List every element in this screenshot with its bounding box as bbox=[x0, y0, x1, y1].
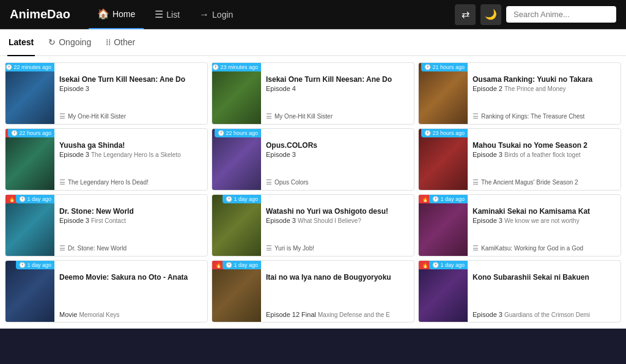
card-thumbnail: 🕐 21 hours ago bbox=[419, 63, 468, 124]
card-info: Isekai One Turn Kill Neesan: Ane Do Epis… bbox=[261, 63, 414, 124]
card-episode: Movie Memorial Keys bbox=[59, 311, 202, 318]
nav-login[interactable]: → Login bbox=[191, 0, 241, 29]
card-title: Opus.COLORs bbox=[266, 141, 409, 150]
card-info: Opus.COLORs Episode 3 ☰Opus Colors bbox=[261, 129, 414, 190]
card-series: ☰The Legendary Hero Is Dead! bbox=[59, 175, 202, 186]
card-info: Watashi no Yuri wa Oshigoto desu! Episod… bbox=[261, 195, 414, 256]
main-nav: 🏠 Home ☰ List → Login bbox=[89, 0, 455, 29]
card-title: Kaminaki Sekai no Kamisama Kat bbox=[473, 207, 616, 216]
card-thumbnail: 🔥 HOT 🕐 1 day ago bbox=[419, 195, 468, 256]
card-thumbnail: 🕐 1 day ago bbox=[6, 261, 54, 322]
card-episode: Episode 2 The Prince and Money bbox=[473, 85, 616, 92]
series-icon: ☰ bbox=[266, 244, 272, 252]
card-info: Yuusha ga Shinda! Episode 3 The Legendar… bbox=[54, 129, 207, 190]
time-badge: 🕐 1 day ago bbox=[429, 261, 468, 269]
tab-ongoing[interactable]: ↻ Ongoing bbox=[47, 29, 92, 56]
card-series: ☰My One-Hit Kill Sister bbox=[266, 109, 409, 120]
card-thumbnail: 🕐 22 hours ago bbox=[212, 129, 261, 190]
card-title: Isekai One Turn Kill Neesan: Ane Do bbox=[59, 75, 202, 84]
shuffle-button[interactable]: ⇄ bbox=[455, 4, 476, 25]
anime-card[interactable]: 🕐 21 hours ago Ousama Ranking: Yuuki no … bbox=[418, 62, 621, 125]
card-episode: Episode 3 Birds of a feather flock toget bbox=[473, 151, 616, 158]
anime-card[interactable]: 🕐 22 hours ago Opus.COLORs Episode 3 ☰Op… bbox=[212, 128, 414, 191]
time-badge: 🕐 22 hours ago bbox=[8, 129, 54, 137]
anime-card[interactable]: 🔥 HOT 🕐 23 minutes ago Isekai One Turn K… bbox=[212, 62, 414, 125]
anime-card[interactable]: 🕐 23 hours ago Mahou Tsukai no Yome Seas… bbox=[418, 128, 621, 191]
time-badge: 🕐 1 day ago bbox=[223, 195, 261, 203]
card-title: Mahou Tsukai no Yome Season 2 bbox=[473, 141, 616, 150]
anime-card[interactable]: 🔥 HOT 🕐 1 day ago Itai no wa Iya nano de… bbox=[212, 260, 414, 322]
series-icon: ☰ bbox=[473, 112, 479, 120]
card-series: ☰Opus Colors bbox=[266, 175, 409, 186]
card-episode: Episode 3 What Should I Believe? bbox=[266, 217, 409, 224]
anime-card[interactable]: 🕐 1 day ago Watashi no Yuri wa Oshigoto … bbox=[212, 194, 414, 257]
anime-card[interactable]: 🕐 1 day ago Deemo Movie: Sakura no Oto -… bbox=[5, 260, 208, 322]
card-series: ☰KamiKatsu: Working for God in a God bbox=[473, 241, 616, 252]
card-episode: Episode 4 bbox=[266, 85, 409, 92]
card-info: Kaminaki Sekai no Kamisama Kat Episode 3… bbox=[468, 195, 620, 256]
card-info: Kono Subarashii Sekai ni Bakuen Episode … bbox=[468, 261, 620, 322]
card-series: ☰Yuri is My Job! bbox=[266, 241, 409, 252]
card-thumbnail: 🔥 HOT 🕐 22 hours ago bbox=[6, 129, 54, 190]
card-title: Dr. Stone: New World bbox=[59, 207, 202, 216]
card-title: Ousama Ranking: Yuuki no Takara bbox=[473, 75, 616, 84]
card-episode: Episode 3 We know we are not worthy bbox=[473, 217, 616, 224]
card-thumbnail: 🔥 HOT 🕐 1 day ago bbox=[6, 195, 54, 256]
card-title: Isekai One Turn Kill Neesan: Ane Do bbox=[266, 75, 409, 84]
card-episode: Episode 3 bbox=[266, 151, 409, 158]
site-logo[interactable]: AnimeDao bbox=[10, 7, 70, 21]
card-title: Deemo Movie: Sakura no Oto - Anata bbox=[59, 273, 202, 282]
nav-home[interactable]: 🏠 Home bbox=[89, 0, 144, 29]
card-title: Kono Subarashii Sekai ni Bakuen bbox=[473, 273, 616, 282]
card-info: Itai no wa Iya nano de Bougyoryoku Episo… bbox=[261, 261, 414, 322]
card-episode: Episode 3 bbox=[59, 85, 202, 92]
search-input[interactable] bbox=[506, 6, 616, 23]
card-info: Isekai One Turn Kill Neesan: Ane Do Epis… bbox=[54, 63, 207, 124]
tab-latest[interactable]: Latest bbox=[7, 29, 35, 56]
home-icon: 🏠 bbox=[97, 8, 109, 20]
dark-mode-button[interactable]: 🌙 bbox=[481, 4, 501, 25]
card-thumbnail: 🕐 1 day ago bbox=[212, 195, 261, 256]
series-icon: ☰ bbox=[473, 244, 479, 252]
card-series: ☰My One-Hit Kill Sister bbox=[59, 109, 202, 120]
grid-icon: ⁞⁞ bbox=[106, 37, 111, 47]
series-icon: ☰ bbox=[59, 244, 65, 252]
card-thumbnail: 🔥 HOT 🕐 1 day ago bbox=[419, 261, 468, 322]
time-badge: 🕐 23 minutes ago bbox=[212, 63, 261, 71]
card-thumbnail: 🕐 23 hours ago bbox=[419, 129, 468, 190]
card-info: Dr. Stone: New World Episode 3 First Con… bbox=[54, 195, 207, 256]
card-info: Mahou Tsukai no Yome Season 2 Episode 3 … bbox=[468, 129, 620, 190]
time-badge: 🕐 1 day ago bbox=[223, 261, 261, 269]
time-badge: 🕐 1 day ago bbox=[16, 195, 54, 203]
site-header: AnimeDao 🏠 Home ☰ List → Login ⇄ 🌙 bbox=[0, 0, 626, 29]
anime-card[interactable]: 🔥 HOT 🕐 1 day ago Dr. Stone: New World E… bbox=[5, 194, 208, 257]
card-series: ☰The Ancient Magus' Bride Season 2 bbox=[473, 175, 616, 186]
time-badge: 🕐 1 day ago bbox=[16, 261, 54, 269]
series-icon: ☰ bbox=[266, 112, 272, 120]
card-info: Deemo Movie: Sakura no Oto - Anata Movie… bbox=[54, 261, 207, 322]
series-icon: ☰ bbox=[59, 178, 65, 186]
card-episode: Episode 3 Guardians of the Crimson Demi bbox=[473, 311, 616, 318]
card-episode: Episode 3 First Contact bbox=[59, 217, 202, 224]
time-badge: 🕐 22 minutes ago bbox=[6, 63, 54, 71]
anime-card[interactable]: 🔥 HOT 🕐 1 day ago Kaminaki Sekai no Kami… bbox=[418, 194, 621, 257]
anime-card[interactable]: 🔥 HOT 🕐 22 minutes ago Isekai One Turn K… bbox=[5, 62, 208, 125]
anime-grid: 🔥 HOT 🕐 22 minutes ago Isekai One Turn K… bbox=[0, 56, 626, 329]
tab-other[interactable]: ⁞⁞ Other bbox=[105, 29, 136, 56]
card-thumbnail: 🔥 HOT 🕐 22 minutes ago bbox=[6, 63, 54, 124]
series-icon: ☰ bbox=[473, 178, 479, 186]
card-thumbnail: 🔥 HOT 🕐 23 minutes ago bbox=[212, 63, 261, 124]
series-icon: ☰ bbox=[59, 112, 65, 120]
card-title: Watashi no Yuri wa Oshigoto desu! bbox=[266, 207, 409, 216]
nav-list[interactable]: ☰ List bbox=[146, 0, 188, 29]
refresh-icon: ↻ bbox=[48, 37, 56, 47]
list-icon: ☰ bbox=[155, 9, 163, 20]
header-actions: ⇄ 🌙 bbox=[455, 4, 616, 25]
card-thumbnail: 🔥 HOT 🕐 1 day ago bbox=[212, 261, 261, 322]
anime-card[interactable]: 🔥 HOT 🕐 22 hours ago Yuusha ga Shinda! E… bbox=[5, 128, 208, 191]
card-series: ☰Ranking of Kings: The Treasure Chest bbox=[473, 109, 616, 120]
card-episode: Episode 12 Final Maxing Defense and the … bbox=[266, 311, 409, 318]
anime-card[interactable]: 🔥 HOT 🕐 1 day ago Kono Subarashii Sekai … bbox=[418, 260, 621, 322]
card-title: Yuusha ga Shinda! bbox=[59, 141, 202, 150]
card-title: Itai no wa Iya nano de Bougyoryoku bbox=[266, 273, 409, 282]
